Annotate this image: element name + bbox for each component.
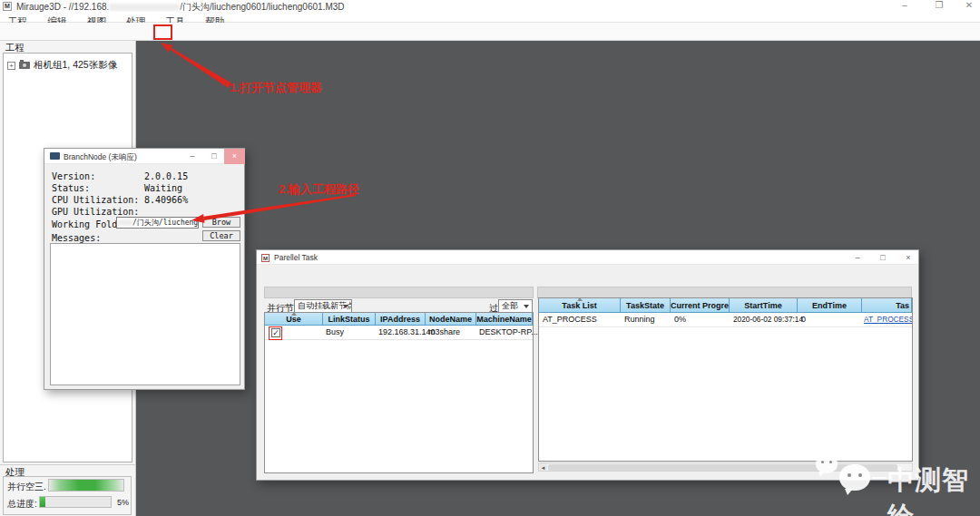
column-header-use[interactable]: Use: [265, 313, 323, 326]
checkbox-highlight-box: [269, 326, 282, 340]
clear-button[interactable]: Clear: [202, 230, 240, 241]
parallel-task-title: Parellel Task: [274, 253, 318, 262]
cell-taskstate: Running: [624, 313, 655, 326]
minimize-button[interactable]: –: [891, 0, 918, 12]
watermark-text: 中测智绘: [887, 462, 980, 516]
annotation-step2: 2.输入工程路径: [279, 181, 359, 198]
watermark: 中测智绘: [803, 447, 980, 511]
sort-arrow-icon: [291, 313, 297, 316]
watermark-dash: [872, 477, 887, 479]
table-row[interactable]: ✓ Busy 192.168.31.140 m3share DESKTOP-RP…: [265, 326, 533, 340]
node-progressbar: [264, 287, 534, 298]
cell-nodename: m3share: [428, 326, 460, 339]
menubar: 工程 编辑 视图 处理 工具 帮助: [0, 12, 980, 23]
task-table[interactable]: Task List TaskState Current Progress Sta…: [538, 297, 913, 462]
version-value: 2.0.0.15: [144, 171, 188, 181]
cpu-utilization-label: CPU Utilization:: [52, 195, 139, 205]
parallel-task-icon: M: [261, 254, 270, 262]
cell-starttime: 2020-06-02 09:37:14: [733, 313, 803, 326]
table-row[interactable]: AT_PROCESS Running 0% 2020-06-02 09:37:1…: [539, 313, 912, 327]
branchnode-title: BranchNode (未响应): [64, 152, 137, 163]
app-logo-icon: M: [3, 2, 12, 11]
cell-ipaddress: 192.168.31.140: [378, 326, 436, 339]
parallel-task-titlebar[interactable]: M Parellel Task – □ ×: [257, 250, 918, 265]
filter-value: 全部: [502, 301, 518, 310]
toolbar: + ▲ ↻ ?: [0, 23, 980, 41]
working-folder-value: /门头沟/liucheng0601: [132, 219, 199, 227]
working-folder-input[interactable]: /门头沟/liucheng0601: [116, 217, 199, 229]
column-header-nodename[interactable]: NodeName: [426, 313, 476, 326]
node-manager-highlight-box: [153, 24, 172, 40]
messages-box[interactable]: [50, 243, 240, 385]
node-mode-dropdown[interactable]: 自动挂载新节点: [294, 299, 352, 313]
sort-arrow-icon: [577, 298, 583, 301]
close-button[interactable]: ×: [897, 253, 919, 262]
column-header-endtime[interactable]: EndTime: [798, 298, 862, 313]
annotation-step1: 1.打开节点管理器: [230, 80, 322, 96]
total-progressbar: [39, 496, 112, 508]
chevron-down-icon: [524, 305, 529, 308]
minimize-button[interactable]: –: [847, 253, 868, 262]
chevron-down-icon: [343, 305, 348, 308]
column-header-linkstatus[interactable]: LinkStatus: [323, 313, 376, 326]
process-panel: 处理 并行空三. . . 总进度: 5%: [0, 464, 136, 516]
wechat-bubble-icon: [839, 464, 870, 491]
branchnode-dialog: BranchNode (未响应) – □ × Version: 2.0.0.15…: [44, 148, 245, 390]
cpu-utilization-value: 8.40966%: [144, 195, 188, 205]
branchnode-icon: [50, 152, 60, 160]
browse-button[interactable]: Brow: [202, 217, 240, 228]
tree-item-label: 相机组1, 425张影像: [34, 59, 117, 70]
camera-icon: [19, 62, 30, 69]
column-header-starttime[interactable]: StartTime: [730, 298, 798, 313]
window-title-prefix: Mirauge3D - //192.168.: [16, 2, 109, 12]
column-header-ipaddress[interactable]: IPAddress: [376, 313, 426, 326]
column-header-taskstate[interactable]: TaskState: [621, 298, 671, 313]
status-value: Waiting: [144, 183, 182, 193]
scroll-left-icon[interactable]: ◂: [539, 463, 547, 471]
cell-taskname: AT_PROCESS: [543, 313, 597, 326]
cell-endtime: 0: [801, 313, 806, 326]
column-header-tasklog[interactable]: Tas: [862, 298, 912, 313]
total-progress-label: 总进度:: [7, 498, 37, 511]
column-header-machinename[interactable]: MachineName: [476, 313, 533, 326]
node-table[interactable]: Use LinkStatus IPAddress NodeName Machin…: [264, 312, 534, 473]
maximize-button[interactable]: ❐: [926, 0, 953, 12]
maximize-button[interactable]: □: [872, 253, 894, 262]
redacted-path-segment: [109, 4, 180, 11]
redacted-path-segment: [118, 219, 132, 226]
branchnode-titlebar[interactable]: BranchNode (未响应) – □ ×: [44, 149, 244, 164]
maximize-button[interactable]: □: [204, 151, 224, 161]
cell-progress: 0%: [674, 313, 686, 326]
parallel-task-window: M Parellel Task – □ × 并行节点 自动挂载新节点 过滤 全部…: [256, 249, 919, 481]
tree-item-camera-group[interactable]: +相机组1, 425张影像: [7, 59, 117, 70]
close-button[interactable]: ✕: [956, 0, 980, 12]
cell-linkstatus: Busy: [326, 326, 344, 339]
cell-tasklog-link[interactable]: AT_PROCESS_Ta: [864, 313, 912, 326]
total-progress-value: 5%: [117, 498, 129, 507]
window-title-suffix: /门头沟/liucheng0601/liucheng0601.M3D: [180, 2, 344, 12]
aerial-triangulation-progressbar: [48, 479, 124, 492]
status-label: Status:: [52, 183, 90, 193]
column-header-tasklist[interactable]: Task List: [539, 298, 621, 313]
wechat-bubble-icon: [816, 454, 838, 473]
filter-dropdown[interactable]: 全部: [498, 299, 533, 313]
gpu-utilization-label: GPU Utilization:: [52, 207, 139, 217]
column-header-currentprogress[interactable]: Current Progress: [671, 298, 730, 313]
cell-machinename: DESKTOP-RP...: [479, 326, 538, 339]
version-label: Version:: [52, 171, 95, 181]
minimize-button[interactable]: –: [182, 151, 202, 161]
messages-label: Messages:: [52, 233, 101, 243]
tree-expander-icon[interactable]: +: [7, 62, 15, 70]
close-button[interactable]: ×: [224, 149, 245, 164]
main-titlebar: M Mirauge3D - //192.168./门头沟/liucheng060…: [0, 0, 980, 12]
